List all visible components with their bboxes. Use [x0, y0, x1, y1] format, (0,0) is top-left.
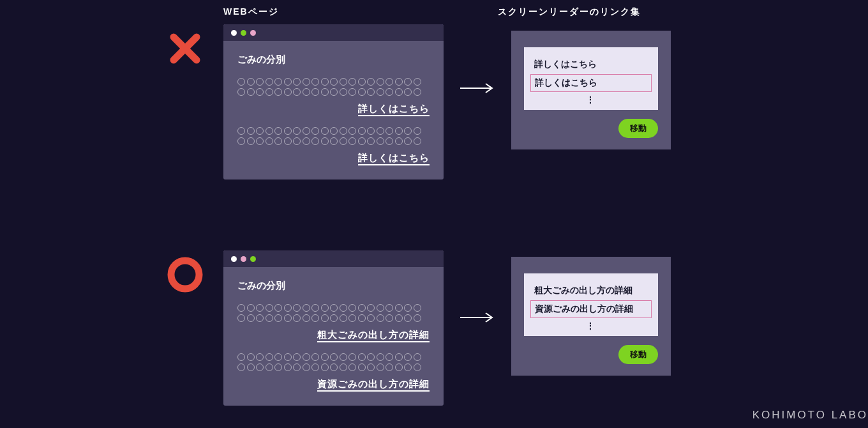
window-dot	[250, 256, 256, 262]
screenreader-panel-good: 粗大ごみの出し方の詳細 資源ごみの出し方の詳細 ⋮ 移動	[511, 257, 671, 376]
arrow-icon	[459, 82, 496, 97]
window-dot	[241, 256, 246, 262]
header-screenreader: スクリーンリーダーのリンク集	[498, 6, 641, 18]
placeholder-text	[237, 303, 430, 324]
window-dot	[231, 256, 237, 262]
browser-mock-bad: ごみの分別 詳しくはこちら 詳しくはこちら	[223, 24, 444, 180]
svg-point-3	[171, 261, 199, 289]
arrow-icon	[459, 311, 496, 326]
column-headers: WEBページ スクリーンリーダーのリンク集	[223, 6, 641, 18]
details-link[interactable]: 資源ごみの出し方の詳細	[317, 378, 430, 392]
placeholder-text	[237, 126, 430, 147]
ellipsis-icon: ⋮	[530, 319, 652, 328]
details-link[interactable]: 粗大ごみの出し方の詳細	[317, 329, 430, 342]
watermark: KOHIMOTO LABO	[752, 409, 868, 422]
page-title: ごみの分別	[237, 280, 430, 292]
details-link[interactable]: 詳しくはこちら	[358, 152, 430, 165]
sr-link-item: 詳しくはこちら	[530, 56, 652, 73]
circle-icon	[166, 256, 204, 294]
sr-link-item-highlighted: 資源ごみの出し方の詳細	[530, 300, 652, 318]
sr-link-item: 粗大ごみの出し方の詳細	[530, 282, 652, 299]
browser-mock-good: ごみの分別 粗大ごみの出し方の詳細 資源ごみの出し方の詳細	[223, 250, 444, 406]
window-dot	[250, 30, 256, 36]
sr-link-list: 詳しくはこちら 詳しくはこちら ⋮	[524, 47, 658, 110]
screenreader-panel-bad: 詳しくはこちら 詳しくはこちら ⋮ 移動	[511, 31, 671, 149]
cross-icon	[166, 29, 204, 68]
sr-link-item-highlighted: 詳しくはこちら	[530, 74, 652, 92]
sr-link-list: 粗大ごみの出し方の詳細 資源ごみの出し方の詳細 ⋮	[524, 273, 658, 336]
window-dot	[231, 30, 237, 36]
go-button[interactable]: 移動	[618, 119, 658, 138]
window-dot	[241, 30, 246, 36]
window-titlebar	[223, 24, 444, 41]
placeholder-text	[237, 77, 430, 98]
example-row-good: ごみの分別 粗大ごみの出し方の詳細 資源ごみの出し方の詳細 粗大ごみの出し方の詳…	[166, 250, 671, 406]
example-row-bad: ごみの分別 詳しくはこちら 詳しくはこちら 詳しくはこちら 詳しくはこちら ⋮ …	[166, 24, 671, 180]
ellipsis-icon: ⋮	[530, 93, 652, 102]
go-button[interactable]: 移動	[618, 345, 658, 364]
page-title: ごみの分別	[237, 54, 430, 66]
window-titlebar	[223, 250, 444, 267]
header-webpage: WEBページ	[223, 6, 498, 18]
details-link[interactable]: 詳しくはこちら	[358, 103, 430, 116]
placeholder-text	[237, 353, 430, 373]
